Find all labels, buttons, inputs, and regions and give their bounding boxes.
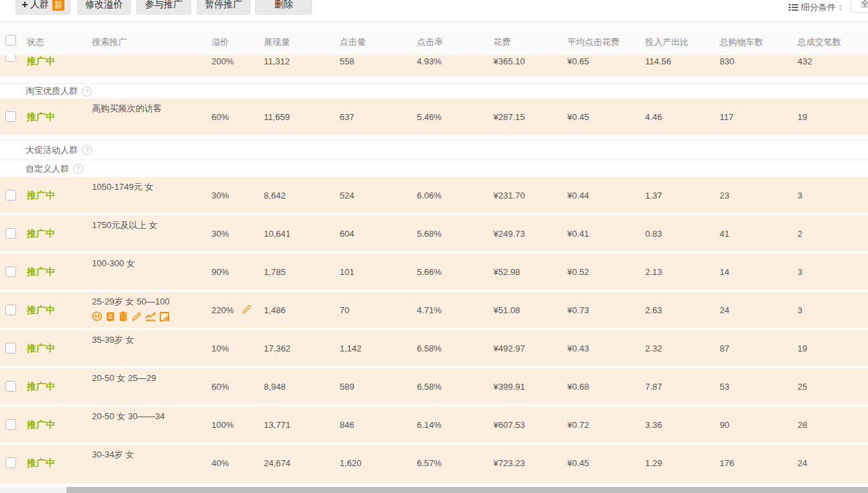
premium-value: 40% [211, 458, 229, 468]
clipboard-icon[interactable] [106, 311, 115, 321]
col-header-roi: 投入产出比 [645, 36, 689, 48]
avg-cpc-value: ¥0.65 [567, 56, 589, 66]
total-carts-value: 87 [720, 343, 729, 353]
total-orders-value: 19 [798, 343, 807, 353]
group-label: 淘宝优质人群 [26, 85, 78, 97]
pause-icon[interactable] [92, 311, 102, 321]
clicks-value: 558 [340, 56, 354, 66]
audience-name-link[interactable]: 25-29岁 女 50—100 [92, 296, 170, 308]
total-carts-value: 14 [720, 267, 729, 277]
row-checkbox[interactable] [5, 381, 16, 392]
ctr-value: 6.58% [417, 343, 442, 353]
add-audience-label: 人群 [30, 0, 49, 11]
impressions-value: 8,948 [264, 382, 286, 392]
impressions-value: 1,785 [264, 267, 286, 277]
row-checkbox[interactable] [5, 228, 16, 239]
status-badge: 推广中 [27, 343, 55, 355]
horizontal-scrollbar-thumb[interactable] [66, 487, 868, 493]
audience-name-link[interactable]: 高购买频次的访客 [92, 103, 162, 115]
avg-cpc-value: ¥0.52 [567, 267, 589, 277]
audience-name-link[interactable]: 30-34岁 女 [92, 449, 134, 461]
status-badge: 推广中 [27, 305, 55, 317]
row-checkbox[interactable] [5, 111, 16, 122]
cost-value: ¥249.73 [493, 229, 525, 239]
premium-value: 30% [211, 190, 229, 201]
total-orders-value: 19 [798, 112, 807, 122]
row-checkbox[interactable] [5, 190, 16, 201]
audience-row: 推广中 35-39岁 女 10% 17,362 1,142 6.58% ¥492… [0, 330, 868, 366]
roi-value: 7.87 [645, 382, 662, 392]
col-header-status: 状态 [27, 36, 44, 48]
row-checkbox[interactable] [5, 457, 16, 468]
roi-value: 2.63 [645, 305, 662, 315]
question-icon[interactable]: ? [82, 145, 92, 155]
total-orders-value: 3 [798, 305, 802, 315]
filter-condition-select[interactable]: 全部 [851, 0, 868, 13]
row-checkbox[interactable] [5, 266, 16, 277]
ctr-value: 6.06% [417, 190, 442, 201]
total-orders-value: 28 [798, 420, 807, 430]
pencil-icon[interactable] [132, 312, 141, 321]
join-promotion-button[interactable]: 参与推广 [136, 0, 191, 15]
premium-value: 200% [211, 56, 234, 66]
trash-icon[interactable] [119, 311, 128, 321]
total-carts-value: 830 [720, 56, 734, 66]
audience-row: 推广中 200% 11,312 558 4.93% ¥365.10 ¥0.65 … [0, 55, 868, 76]
impressions-value: 10,641 [264, 229, 291, 239]
add-audience-button[interactable]: + 人群 新 [15, 0, 70, 15]
clicks-value: 589 [340, 382, 354, 392]
cost-value: ¥399.91 [493, 382, 525, 392]
pause-promotion-button[interactable]: 暂停推广 [197, 0, 250, 15]
filter-condition-label: 细分条件： [801, 1, 845, 13]
roi-value: 1.29 [645, 458, 662, 468]
row-checkbox[interactable] [5, 343, 16, 353]
list-icon [789, 2, 798, 14]
audience-name-link[interactable]: 100-300 女 [92, 258, 135, 270]
audience-name-link[interactable]: 20-50 女 30——34 [92, 410, 164, 423]
audience-name-link[interactable]: 1750元及以上 女 [92, 219, 158, 231]
roi-value: 114.56 [645, 56, 671, 66]
group-label: 自定义人群 [26, 163, 69, 175]
ctr-value: 4.93% [417, 56, 442, 66]
report-chart-icon[interactable] [160, 312, 169, 321]
pencil-icon[interactable] [242, 305, 251, 317]
status-badge: 推广中 [27, 228, 55, 240]
col-header-cost: 花费 [493, 36, 511, 48]
audience-name-link[interactable]: 20-50 女 25—29 [92, 372, 156, 384]
row-checkbox[interactable] [5, 55, 16, 62]
delete-button[interactable]: 删除 [255, 0, 312, 15]
impressions-value: 24,674 [264, 458, 291, 468]
question-icon[interactable]: ? [73, 164, 83, 174]
avg-cpc-value: ¥0.45 [567, 112, 589, 122]
col-header-clicks: 点击量 [340, 36, 366, 48]
avg-cpc-value: ¥0.41 [567, 229, 589, 239]
col-header-total-carts: 总购物车数 [720, 36, 763, 48]
cost-value: ¥723.23 [493, 458, 525, 468]
status-badge: 推广中 [27, 266, 55, 278]
avg-cpc-value: ¥0.45 [567, 458, 589, 468]
modify-premium-button[interactable]: 修改溢价 [77, 0, 131, 15]
total-carts-value: 53 [720, 382, 729, 392]
clicks-value: 604 [340, 229, 354, 239]
audience-row: 推广中 100-300 女 90% 1,785 101 5.66% ¥52.98… [0, 254, 868, 290]
audience-group-row: 大促活动人群 ? [0, 140, 868, 160]
col-header-premium: 溢价 [211, 36, 229, 48]
status-badge: 推广中 [27, 56, 55, 68]
audience-name-link[interactable]: 35-39岁 女 [92, 334, 134, 346]
impressions-value: 8,642 [264, 190, 286, 201]
row-checkbox[interactable] [5, 305, 16, 315]
audience-name-link[interactable]: 1050-1749元 女 [92, 181, 154, 193]
avg-cpc-value: ¥0.44 [567, 190, 589, 201]
total-carts-value: 23 [720, 190, 729, 201]
select-all-checkbox[interactable] [5, 35, 16, 46]
avg-cpc-value: ¥0.72 [567, 420, 589, 430]
trend-chart-icon[interactable] [145, 312, 156, 321]
ctr-value: 5.66% [417, 267, 442, 277]
avg-cpc-value: ¥0.68 [567, 382, 589, 392]
row-checkbox[interactable] [5, 419, 16, 430]
status-badge: 推广中 [27, 419, 55, 431]
cost-value: ¥365.10 [493, 56, 525, 66]
question-icon[interactable]: ? [82, 87, 92, 97]
horizontal-scrollbar-track [0, 487, 868, 493]
ctr-value: 5.68% [417, 229, 442, 239]
